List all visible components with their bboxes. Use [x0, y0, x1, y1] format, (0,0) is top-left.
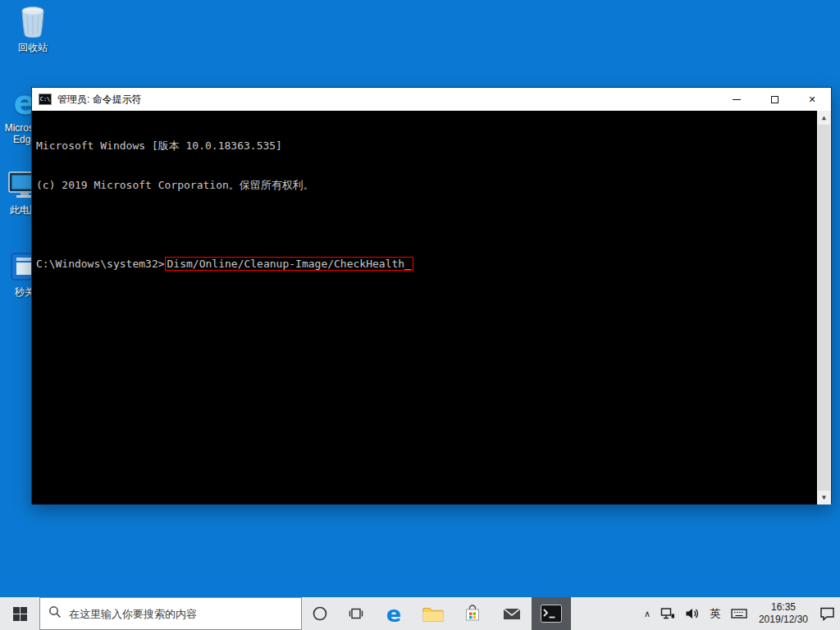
cmd-titlebar[interactable]: C:\ 管理员: 命令提示符 ✕	[32, 88, 831, 111]
task-view-icon	[349, 607, 363, 620]
desktop: 回收站 e Microsoft Edge 此电脑 秒关	[0, 0, 840, 630]
tray-chevron-up-icon[interactable]: ∧	[639, 597, 655, 630]
recycle-bin-icon	[15, 5, 51, 39]
command-text: Dism/Online/Cleanup-Image/CheckHealth	[167, 258, 405, 270]
scrollbar-thumb[interactable]	[818, 125, 830, 491]
network-icon[interactable]	[655, 597, 680, 630]
clock-time: 16:35	[771, 601, 796, 614]
cortana-button[interactable]	[302, 597, 338, 630]
taskbar-app-mail[interactable]	[492, 597, 532, 630]
console-line-version: Microsoft Windows [版本 10.0.18363.535]	[36, 139, 815, 153]
close-button[interactable]: ✕	[793, 88, 831, 111]
maximize-icon	[771, 96, 778, 103]
mail-icon	[503, 607, 521, 621]
search-icon	[48, 605, 62, 622]
scroll-up-icon[interactable]: ▲	[817, 111, 831, 125]
console-output[interactable]: Microsoft Windows [版本 10.0.18363.535] (c…	[32, 111, 831, 504]
minimize-icon	[733, 99, 741, 100]
folder-icon	[422, 605, 444, 623]
store-icon	[463, 605, 482, 623]
cmd-icon	[541, 605, 562, 623]
volume-icon[interactable]	[680, 597, 705, 630]
windows-logo-icon	[13, 607, 27, 621]
action-center-icon[interactable]	[815, 597, 840, 630]
task-view-button[interactable]	[338, 597, 374, 630]
cmd-window: C:\ 管理员: 命令提示符 ✕ Microsoft Windows [版本 1…	[31, 87, 832, 504]
console-line-blank	[36, 218, 815, 231]
scrollbar[interactable]: ▲ ▼	[817, 111, 831, 504]
search-input[interactable]	[69, 608, 293, 620]
cortana-icon	[312, 605, 328, 622]
taskbar-app-cmd[interactable]	[532, 597, 571, 630]
cmd-icon: C:\	[39, 94, 52, 105]
console-prompt: C:\Windows\system32>	[36, 258, 165, 270]
edge-icon: e	[386, 603, 401, 625]
text-cursor: _	[404, 258, 411, 270]
icon-label: 回收站	[18, 42, 48, 53]
start-button[interactable]	[0, 597, 39, 630]
maximize-button[interactable]	[756, 88, 793, 111]
minimize-button[interactable]	[718, 88, 756, 111]
desktop-icon-recycle-bin[interactable]: 回收站	[7, 5, 59, 53]
system-tray: ∧ 英 16:35 2019/12/30	[639, 597, 840, 630]
taskbar-app-file-explorer[interactable]	[413, 597, 453, 630]
scroll-down-icon[interactable]: ▼	[817, 491, 831, 504]
taskbar-search[interactable]	[39, 597, 302, 630]
window-controls: ✕	[718, 88, 831, 111]
clock-date: 2019/12/30	[759, 614, 808, 626]
highlighted-command: Dism/Online/Cleanup-Image/CheckHealth_	[165, 257, 413, 271]
console-line-copyright: (c) 2019 Microsoft Corporation。保留所有权利。	[36, 179, 815, 192]
taskbar-app-edge[interactable]: e	[374, 597, 413, 630]
taskbar-clock[interactable]: 16:35 2019/12/30	[752, 597, 815, 630]
console-prompt-line: C:\Windows\system32>Dism/Online/Cleanup-…	[36, 258, 815, 271]
window-title: 管理员: 命令提示符	[57, 93, 142, 107]
taskbar: e ∧	[0, 597, 840, 630]
ime-indicator[interactable]: 英	[705, 597, 726, 630]
touch-keyboard-icon[interactable]	[726, 597, 752, 630]
taskbar-app-store[interactable]	[453, 597, 492, 630]
